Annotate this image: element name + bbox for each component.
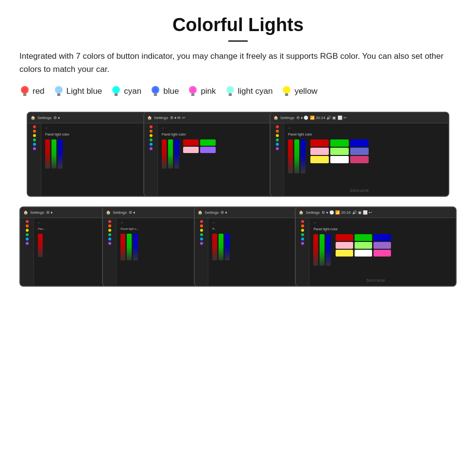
sidebar-dot (26, 242, 29, 245)
color-bar (174, 139, 179, 169)
sidebar-dot (276, 134, 279, 137)
svg-rect-26 (285, 93, 288, 95)
topbar-3: 🏠 Settings ⚙ ♦ 🕐 📶 20:24 🔊 ▣ ⬜ ↩ (271, 113, 448, 123)
svg-rect-22 (229, 93, 232, 95)
sidebar-dot (276, 125, 279, 128)
color-bar (58, 139, 63, 169)
svg-rect-6 (57, 93, 60, 95)
svg-point-25 (284, 87, 289, 92)
color-label-blue: blue (163, 86, 179, 96)
svg-rect-10 (115, 93, 118, 95)
sidebar-dot (150, 138, 153, 141)
sidebar-dot (108, 233, 111, 236)
sidebar-dot (33, 147, 36, 150)
color-indicator-cyan: cyan (111, 85, 141, 98)
screen-bot-4: 🏠 Settings ⚙ ♦ 🕐 📶 20:24 🔊 ▣ ⬜ ↩ ← Panel… (295, 206, 457, 287)
screens-top-row: 🏠 Settings ⚙ ♦ ← Panel light color (19, 112, 457, 197)
color-cell (330, 139, 349, 147)
topbar-bot-4: 🏠 Settings ⚙ ♦ 🕐 📶 20:24 🔊 ▣ ⬜ ↩ (296, 207, 456, 218)
sidebar-dot (301, 242, 304, 245)
sidebar-dot (150, 125, 153, 128)
sidebar-dot (276, 147, 279, 150)
color-cell (336, 242, 353, 249)
color-bar (301, 139, 306, 173)
screen-top-1: 🏠 Settings ⚙ ♦ ← Panel light color (27, 112, 158, 197)
color-label-cyan: cyan (124, 86, 141, 96)
color-bar (133, 234, 138, 260)
sidebar-dot (200, 233, 203, 236)
sidebar-2 (144, 123, 158, 196)
title-divider (228, 40, 248, 42)
color-cell (183, 139, 199, 146)
color-cell (330, 148, 349, 155)
color-cell (374, 250, 391, 257)
color-bar (45, 139, 50, 169)
color-indicators: red Light blue cyan blue pink light cyan (19, 85, 457, 98)
svg-rect-14 (154, 93, 157, 95)
color-bar (212, 234, 217, 260)
watermark-top: Seicane (350, 188, 369, 193)
color-cell (336, 250, 353, 257)
color-cell (374, 242, 391, 249)
color-cell (310, 139, 329, 147)
sidebar-dot (108, 220, 111, 223)
sidebar-dot (301, 238, 304, 240)
color-bar (219, 234, 223, 260)
color-cell (336, 234, 353, 241)
screen-top-2: 🏠 Settings ⚙ ♦ ✉ ↩ ← Panel light color (143, 112, 284, 197)
color-cell (350, 139, 369, 147)
color-bar (320, 234, 324, 266)
sidebar-dot (26, 224, 29, 227)
sidebar-dot (301, 233, 304, 236)
description-text: Integrated with 7 colors of button indic… (19, 50, 457, 76)
sidebar-dot (26, 238, 29, 240)
sidebar-dot (200, 242, 203, 245)
svg-rect-7 (57, 95, 60, 96)
svg-point-1 (22, 87, 27, 92)
color-bar (51, 139, 56, 169)
color-bar (162, 139, 167, 169)
sidebar-dot (108, 229, 111, 232)
color-bar (313, 234, 318, 266)
color-cell (350, 156, 369, 163)
topbar-2: 🏠 Settings ⚙ ♦ ✉ ↩ (144, 113, 283, 123)
sidebar-dot (200, 238, 203, 240)
sidebar-dot (33, 130, 36, 133)
topbar-bot-1: 🏠 Settings ⚙ ♦ (20, 207, 111, 218)
sidebar-dot (150, 134, 153, 137)
color-cell (310, 148, 329, 155)
sidebar-dot (276, 138, 279, 141)
sidebar-dot (200, 220, 203, 223)
screen-bot-3: 🏠 Settings ⚙ ♦ ← P... (194, 206, 305, 287)
svg-point-17 (190, 87, 195, 92)
sidebar-dot (33, 143, 36, 146)
color-label-pink: pink (201, 86, 216, 96)
svg-point-5 (56, 87, 61, 92)
color-label-yellow: yellow (294, 86, 317, 96)
color-bar (168, 139, 173, 169)
sidebar-dot (26, 229, 29, 232)
svg-rect-18 (191, 93, 194, 95)
svg-point-9 (114, 87, 119, 92)
svg-point-21 (228, 87, 233, 92)
color-label-light-cyan: light cyan (238, 86, 273, 96)
color-cell (183, 147, 199, 153)
color-indicator-red: red (19, 85, 45, 98)
sidebar-1 (28, 123, 41, 196)
color-cell (330, 156, 349, 163)
screen-bot-2: 🏠 Settings ⚙ ♦ ← Panel light c... (102, 206, 204, 287)
sidebar-dot (33, 125, 36, 128)
svg-rect-2 (23, 93, 26, 95)
sidebar-bot-3 (195, 218, 208, 286)
page-title: Colorful Lights (19, 15, 457, 35)
sidebar-dot (33, 134, 36, 137)
color-bar (225, 234, 230, 260)
svg-rect-15 (154, 95, 157, 96)
color-label-red: red (33, 86, 45, 96)
screens-bottom-row: 🏠 Settings ⚙ ♦ ← Pan... (19, 206, 457, 287)
topbar-bot-2: 🏠 Settings ⚙ ♦ (103, 207, 203, 218)
color-bar (326, 234, 331, 266)
color-indicator-pink: pink (187, 85, 216, 98)
color-cell (200, 139, 216, 146)
color-indicator-blue: blue (150, 85, 179, 98)
